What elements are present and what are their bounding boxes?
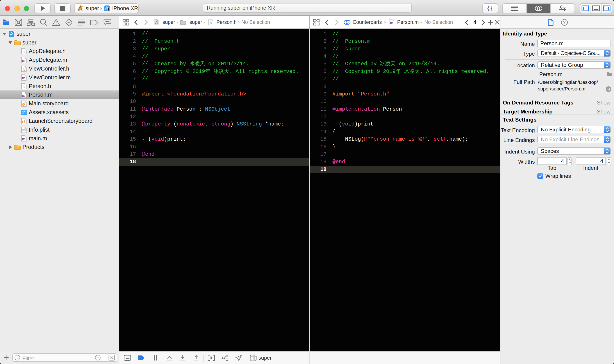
svg-text:m: m xyxy=(22,136,26,141)
svg-text:m: m xyxy=(22,93,26,97)
svg-text:h: h xyxy=(23,67,25,71)
svg-text:h: h xyxy=(23,84,25,89)
svg-text:h: h xyxy=(210,20,212,25)
svg-text:h: h xyxy=(23,49,25,54)
svg-text:m: m xyxy=(22,58,26,63)
svg-text:m: m xyxy=(390,20,393,25)
svg-text:m: m xyxy=(22,76,26,80)
svg-text:?: ? xyxy=(563,20,566,25)
